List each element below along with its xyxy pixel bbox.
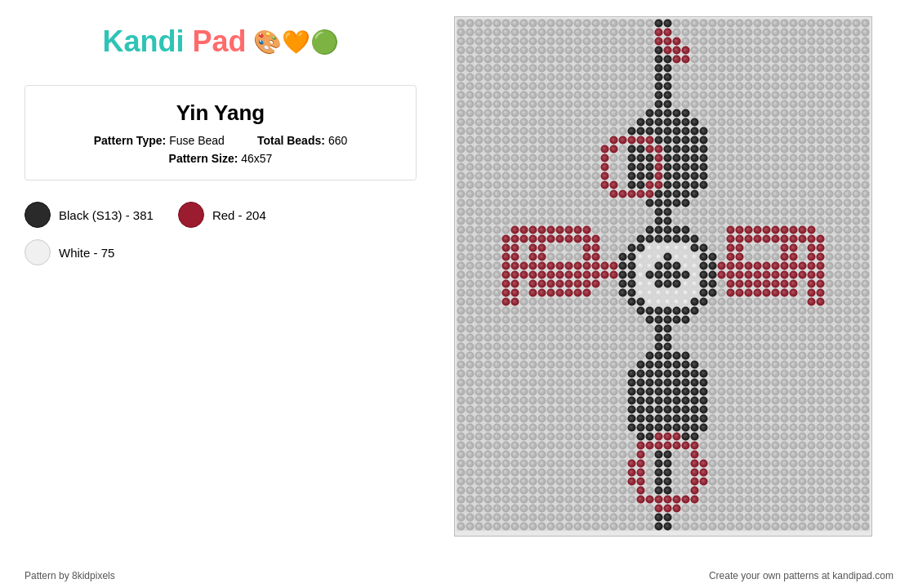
logo-area: Kandi Pad 🎨🧡🟢 — [25, 16, 417, 72]
red-label: Red - 204 — [212, 208, 266, 222]
total-beads: Total Beads: 660 — [257, 134, 347, 147]
red-swatch — [178, 202, 204, 228]
footer-right: Create your own patterns at kandipad.com — [709, 570, 893, 581]
bead-canvas — [457, 19, 870, 531]
type-label: Pattern Type: — [94, 134, 166, 147]
pattern-details: Pattern Type: Fuse Bead Total Beads: 660 — [45, 134, 396, 147]
white-swatch — [25, 239, 51, 265]
left-panel: Kandi Pad 🎨🧡🟢 Yin Yang Pattern Type: Fus… — [25, 16, 417, 547]
color-row-2: White - 75 — [25, 239, 417, 265]
logo-kandi: Kandi — [102, 24, 184, 58]
logo: Kandi Pad — [102, 24, 246, 59]
bead-grid-container — [454, 16, 872, 537]
color-item-black: Black (S13) - 381 — [25, 202, 154, 228]
color-item-white: White - 75 — [25, 239, 114, 265]
logo-icons: 🎨🧡🟢 — [253, 29, 339, 56]
pattern-size: Pattern Size: 46x57 — [45, 152, 396, 165]
info-box: Yin Yang Pattern Type: Fuse Bead Total B… — [25, 85, 417, 180]
color-legend: Black (S13) - 381 Red - 204 White - 75 — [25, 194, 417, 274]
white-label: White - 75 — [59, 246, 114, 260]
footer-left: Pattern by 8kidpixels — [25, 570, 115, 581]
type-value: Fuse Bead — [169, 134, 225, 147]
pattern-type: Pattern Type: Fuse Bead — [94, 134, 225, 147]
right-panel — [417, 16, 893, 547]
size-value: 46x57 — [241, 152, 272, 165]
footer: Pattern by 8kidpixels Create your own pa… — [0, 564, 918, 588]
color-item-red: Red - 204 — [178, 202, 266, 228]
size-label: Pattern Size: — [169, 152, 238, 165]
beads-value: 660 — [328, 134, 347, 147]
beads-label: Total Beads: — [257, 134, 325, 147]
black-swatch — [25, 202, 51, 228]
black-label: Black (S13) - 381 — [59, 208, 154, 222]
logo-pad: Pad — [184, 24, 246, 58]
color-row-1: Black (S13) - 381 Red - 204 — [25, 202, 417, 228]
pattern-title: Yin Yang — [45, 100, 396, 126]
